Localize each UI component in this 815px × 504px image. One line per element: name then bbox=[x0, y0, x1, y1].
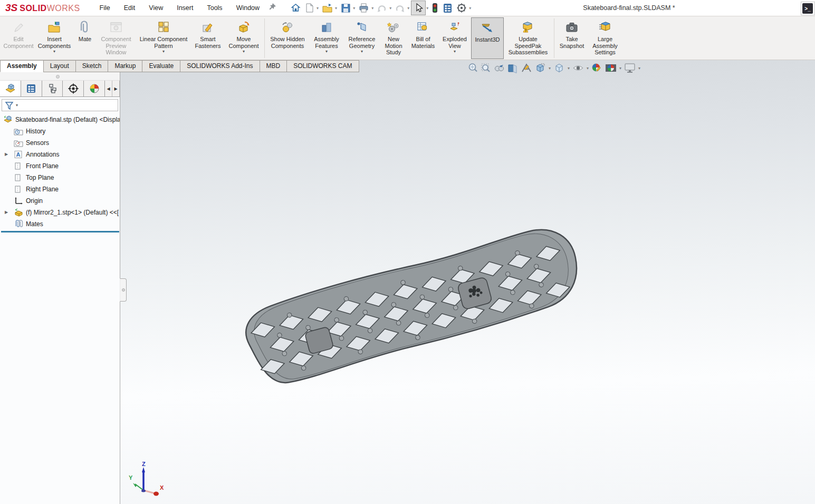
skateboard-model[interactable] bbox=[120, 60, 815, 504]
tree-item-mates[interactable]: Mates bbox=[0, 218, 120, 230]
print-button[interactable] bbox=[357, 2, 371, 14]
linear-component-pattern-dropdown-icon[interactable]: ▾ bbox=[162, 50, 165, 54]
menu-window[interactable]: Window bbox=[229, 1, 266, 15]
tab-featuremanager-design-tree[interactable] bbox=[0, 81, 21, 96]
tab-assembly[interactable]: Assembly bbox=[0, 60, 44, 72]
panel-tabs-scroll-left[interactable]: ◀ bbox=[105, 81, 112, 96]
tab-sketch[interactable]: Sketch bbox=[75, 60, 109, 72]
tab-dimxpertmanager[interactable] bbox=[63, 81, 84, 96]
display-style-dropdown-icon[interactable]: ▾ bbox=[568, 66, 570, 71]
move-component-button[interactable]: Move Component ▾ bbox=[225, 17, 263, 59]
open-button[interactable] bbox=[320, 2, 334, 14]
apply-scene-dropdown-icon[interactable]: ▾ bbox=[619, 66, 621, 71]
new-document-button[interactable] bbox=[303, 2, 316, 14]
take-snapshot-button[interactable]: Take Snapshot bbox=[556, 17, 588, 59]
tree-item-front-plane[interactable]: Front Plane bbox=[0, 160, 120, 172]
reference-geometry-button[interactable]: Reference Geometry ▾ bbox=[344, 17, 379, 59]
tree-item-top-plane[interactable]: Top Plane bbox=[0, 172, 120, 183]
zoom-to-fit-icon[interactable] bbox=[467, 62, 480, 74]
save-dropdown-icon[interactable]: ▾ bbox=[353, 6, 355, 11]
hide-show-items-dropdown-icon[interactable]: ▾ bbox=[587, 66, 589, 71]
print-dropdown-icon[interactable]: ▾ bbox=[371, 6, 373, 11]
tree-item-mirror2-part[interactable]: ▶ (f) Mirror2_1.stp<1> (Default) <<[ bbox=[0, 207, 120, 218]
exploded-view-button[interactable]: Exploded View ▾ bbox=[438, 17, 471, 59]
menu-edit[interactable]: Edit bbox=[117, 1, 142, 15]
insert-components-button[interactable]: Insert Components ▾ bbox=[35, 17, 74, 59]
tree-filter-box[interactable]: ▾ bbox=[2, 99, 118, 111]
tab-propertymanager[interactable] bbox=[21, 81, 42, 96]
tab-solidworks-add-ins[interactable]: SOLIDWORKS Add-Ins bbox=[180, 60, 260, 72]
select-tool-dropdown-icon[interactable]: ▾ bbox=[426, 6, 428, 11]
view-orientation-dropdown-icon[interactable]: ▾ bbox=[549, 66, 551, 71]
menu-insert[interactable]: Insert bbox=[170, 1, 200, 15]
edit-appearance-icon[interactable] bbox=[590, 62, 604, 74]
menu-tools[interactable]: Tools bbox=[200, 1, 229, 15]
tree-item-sensors[interactable]: Sensors bbox=[0, 137, 120, 149]
tab-solidworks-cam[interactable]: SOLIDWORKS CAM bbox=[286, 60, 359, 72]
tree-item-assembly-root[interactable]: Skateboard-final.stp (Default) <Display bbox=[0, 114, 120, 125]
filter-dropdown-icon[interactable]: ▾ bbox=[16, 103, 18, 108]
search-commands-button[interactable]: >_ S bbox=[801, 2, 815, 15]
hide-show-items-icon[interactable] bbox=[571, 62, 585, 74]
bill-of-materials-button[interactable]: Bill of Materials bbox=[408, 17, 438, 59]
redo-button[interactable] bbox=[393, 2, 407, 14]
performance-evaluation-button[interactable] bbox=[430, 1, 440, 15]
pin-menu-icon[interactable] bbox=[267, 2, 277, 14]
reference-geometry-dropdown-icon[interactable]: ▾ bbox=[361, 50, 363, 54]
save-button[interactable] bbox=[339, 2, 352, 14]
tree-item-origin[interactable]: Origin bbox=[0, 195, 120, 207]
component-preview-window-button[interactable]: Component Preview Window bbox=[96, 17, 136, 59]
settings-dropdown-icon[interactable]: ▾ bbox=[469, 6, 471, 11]
view-settings-icon[interactable] bbox=[623, 62, 637, 74]
previous-view-icon[interactable] bbox=[492, 62, 506, 74]
tab-displaymanager[interactable] bbox=[84, 81, 105, 96]
move-component-dropdown-icon[interactable]: ▾ bbox=[243, 50, 245, 54]
dynamic-annotation-views-icon[interactable] bbox=[520, 62, 533, 74]
panel-tabs-scroll-right[interactable]: ▶ bbox=[112, 81, 120, 96]
open-dropdown-icon[interactable]: ▾ bbox=[335, 6, 337, 11]
linear-component-pattern-button[interactable]: Linear Component Pattern ▾ bbox=[136, 17, 191, 59]
menu-file[interactable]: File bbox=[93, 1, 117, 15]
undo-dropdown-icon[interactable]: ▾ bbox=[389, 6, 391, 11]
options-list-button[interactable] bbox=[440, 2, 455, 15]
display-style-icon[interactable] bbox=[552, 62, 566, 74]
mate-button[interactable]: Mate bbox=[74, 17, 96, 59]
undo-button[interactable] bbox=[375, 2, 389, 14]
apply-scene-icon[interactable] bbox=[604, 62, 618, 74]
smart-fasteners-button[interactable]: Smart Fasteners bbox=[191, 17, 225, 59]
splitter-grip-icon[interactable] bbox=[56, 75, 60, 79]
view-settings-dropdown-icon[interactable]: ▾ bbox=[638, 66, 640, 71]
panel-splitter[interactable] bbox=[0, 72, 120, 81]
insert-components-dropdown-icon[interactable]: ▾ bbox=[53, 50, 55, 54]
tab-configurationmanager[interactable] bbox=[42, 81, 63, 96]
assembly-features-dropdown-icon[interactable]: ▾ bbox=[325, 50, 328, 54]
settings-gear-button[interactable] bbox=[455, 2, 468, 14]
new-document-dropdown-icon[interactable]: ▾ bbox=[317, 6, 319, 11]
update-speedpak-subassemblies-button[interactable]: Update SpeedPak Subassemblies bbox=[504, 17, 552, 59]
tree-item-history[interactable]: History bbox=[0, 125, 120, 137]
home-button[interactable] bbox=[289, 2, 303, 15]
redo-dropdown-icon[interactable]: ▾ bbox=[407, 6, 409, 11]
expand-arrow-icon[interactable]: ▶ bbox=[5, 152, 8, 157]
assembly-features-button[interactable]: Assembly Features ▾ bbox=[309, 17, 344, 59]
tab-mbd[interactable]: MBD bbox=[260, 60, 287, 72]
expand-arrow-icon[interactable]: ▶ bbox=[5, 210, 8, 215]
exploded-view-dropdown-icon[interactable]: ▾ bbox=[454, 50, 456, 54]
tree-item-right-plane[interactable]: Right Plane bbox=[0, 183, 120, 195]
new-motion-study-button[interactable]: New Motion Study bbox=[379, 17, 408, 59]
edit-component-button[interactable]: Edit Component bbox=[2, 17, 35, 59]
rollback-bar[interactable] bbox=[1, 231, 119, 232]
zoom-to-area-icon[interactable] bbox=[480, 62, 492, 74]
large-assembly-settings-button[interactable]: Large Assembly Settings bbox=[588, 17, 622, 59]
section-view-icon[interactable] bbox=[506, 62, 520, 74]
tab-layout[interactable]: Layout bbox=[43, 60, 76, 72]
view-orientation-icon[interactable] bbox=[533, 62, 547, 74]
menu-view[interactable]: View bbox=[142, 1, 170, 15]
panel-collapse-handle[interactable] bbox=[120, 278, 127, 302]
graphics-area[interactable]: ▾ ▾ ▾ ▾ ▾ Z Y bbox=[120, 60, 815, 504]
tab-markup[interactable]: Markup bbox=[108, 60, 142, 72]
tab-evaluate[interactable]: Evaluate bbox=[142, 60, 180, 72]
tree-item-annotations[interactable]: ▶ A Annotations bbox=[0, 149, 120, 160]
select-tool-button[interactable] bbox=[411, 1, 426, 15]
show-hidden-components-button[interactable]: Show Hidden Components bbox=[266, 17, 309, 59]
